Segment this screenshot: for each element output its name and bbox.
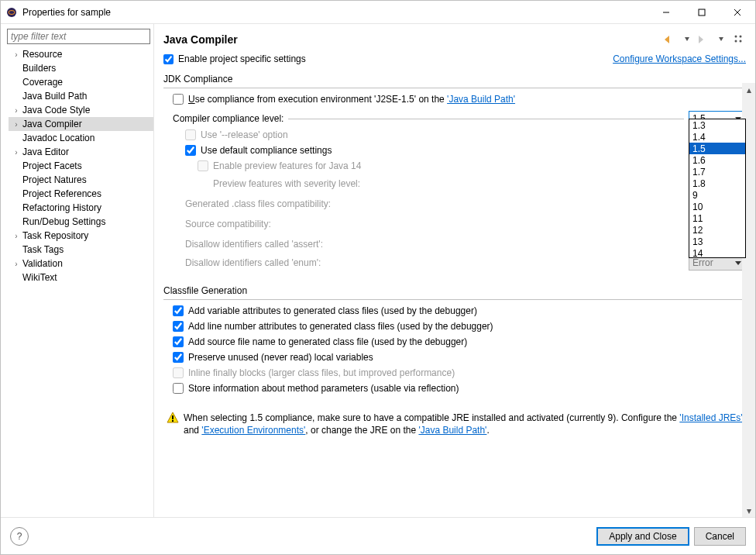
back-button[interactable] <box>662 32 678 47</box>
compliance-level-label: Compiler compliance level: <box>173 113 284 124</box>
back-menu-button[interactable] <box>679 32 695 47</box>
use-exec-env-label: Use compliance from execution environmen… <box>188 94 746 105</box>
sidebar-item-builders[interactable]: Builders <box>9 61 153 75</box>
use-release-label: Use '--release' option <box>201 129 746 140</box>
sidebar-item-java-build-path[interactable]: Java Build Path <box>9 89 153 103</box>
compliance-option-11[interactable]: 11 <box>689 212 745 224</box>
use-release-checkbox <box>185 129 196 140</box>
warning-icon <box>167 412 179 424</box>
sidebar-item-run-debug-settings[interactable]: Run/Debug Settings <box>9 215 153 229</box>
scroll-up-button[interactable]: ▴ <box>742 83 755 96</box>
jdk-compliance-title: JDK Compliance <box>163 69 746 88</box>
svg-rect-3 <box>699 9 705 16</box>
preview-severity-label: Preview features with severity level: <box>213 178 746 189</box>
add-var-checkbox[interactable] <box>173 305 184 316</box>
source-compat-label: Source compatibility: <box>185 219 746 229</box>
sidebar-item-task-repository[interactable]: ›Task Repository <box>9 229 153 243</box>
compliance-option-1-6[interactable]: 1.6 <box>689 154 745 166</box>
add-line-checkbox[interactable] <box>173 321 184 332</box>
sidebar-item-refactoring-history[interactable]: Refactoring History <box>9 201 153 215</box>
svg-point-7 <box>740 36 742 38</box>
compliance-option-1-3[interactable]: 1.3 <box>689 119 745 131</box>
filter-input[interactable] <box>7 29 150 44</box>
titlebar: Properties for sample <box>1 1 755 24</box>
scroll-down-button[interactable]: ▾ <box>742 504 755 517</box>
disallow-assert-label: Disallow identifiers called 'assert': <box>185 239 746 250</box>
enable-project-specific-checkbox[interactable] <box>163 54 174 64</box>
forward-menu-button[interactable] <box>713 32 729 47</box>
svg-point-8 <box>735 40 737 43</box>
sidebar-item-javadoc-location[interactable]: Javadoc Location <box>9 131 153 145</box>
disallow-enum-label: Disallow identifiers called 'enum': <box>185 257 689 268</box>
compliance-option-1-4[interactable]: 1.4 <box>689 131 745 143</box>
help-button[interactable]: ? <box>10 527 29 546</box>
sidebar-item-validation[interactable]: ›Validation <box>9 257 153 271</box>
compliance-option-1-8[interactable]: 1.8 <box>689 178 745 189</box>
enable-preview-checkbox <box>198 160 208 171</box>
sidebar-item-java-compiler[interactable]: ›Java Compiler <box>9 117 153 131</box>
compliance-option-13[interactable]: 13 <box>689 236 745 247</box>
sidebar-item-project-facets[interactable]: Project Facets <box>9 159 153 173</box>
warning-box: When selecting 1.5 compliance, make sure… <box>163 405 746 440</box>
use-default-label: Use default compliance settings <box>201 145 746 156</box>
apply-and-close-button[interactable]: Apply and Close <box>596 527 689 546</box>
enable-preview-label: Enable preview features for Java 14 <box>213 160 746 171</box>
java-build-path-link-2[interactable]: 'Java Build Path' <box>418 425 486 436</box>
preserve-label: Preserve unused (never read) local varia… <box>188 352 746 363</box>
sidebar-item-wikitext[interactable]: WikiText <box>9 271 153 284</box>
close-button[interactable] <box>720 1 755 24</box>
execution-environments-link[interactable]: 'Execution Environments' <box>201 425 305 436</box>
svg-point-9 <box>740 40 742 43</box>
configure-workspace-link[interactable]: Configure Workspace Settings... <box>306 53 746 64</box>
enable-project-specific-label: Enable project specific settings <box>178 53 306 64</box>
add-var-label: Add variable attributes to generated cla… <box>188 305 746 316</box>
sidebar-item-resource[interactable]: ›Resource <box>9 47 153 61</box>
svg-rect-10 <box>172 415 174 419</box>
compliance-option-12[interactable]: 12 <box>689 224 745 236</box>
installed-jres-link[interactable]: 'Installed JREs' <box>679 412 742 423</box>
classfile-title: Classfile Generation <box>163 281 746 299</box>
compliance-option-1-7[interactable]: 1.7 <box>689 166 745 178</box>
use-default-checkbox[interactable] <box>185 145 196 156</box>
svg-rect-11 <box>172 420 174 422</box>
store-checkbox[interactable] <box>173 383 184 394</box>
sidebar: ›ResourceBuildersCoverageJava Build Path… <box>1 24 154 517</box>
view-menu-button[interactable] <box>730 32 746 47</box>
store-label: Store information about method parameter… <box>188 383 746 394</box>
sidebar-item-coverage[interactable]: Coverage <box>9 75 153 89</box>
generated-compat-label: Generated .class files compatibility: <box>185 198 746 209</box>
add-line-label: Add line number attributes to generated … <box>188 321 746 332</box>
minimize-button[interactable] <box>648 1 684 24</box>
add-src-checkbox[interactable] <box>173 336 184 347</box>
sidebar-item-task-tags[interactable]: Task Tags <box>9 243 153 257</box>
inline-label: Inline finally blocks (larger class file… <box>188 367 746 378</box>
sidebar-item-project-natures[interactable]: Project Natures <box>9 173 153 187</box>
compliance-option-14[interactable]: 14 <box>689 247 745 259</box>
maximize-button[interactable] <box>684 1 720 24</box>
compliance-level-dropdown[interactable]: 1.31.41.51.61.71.891011121314 <box>689 119 746 258</box>
add-src-label: Add source file name to generated class … <box>188 336 746 347</box>
sidebar-item-java-code-style[interactable]: ›Java Code Style <box>9 103 153 117</box>
compliance-option-1-5[interactable]: 1.5 <box>689 143 745 154</box>
sidebar-item-java-editor[interactable]: ›Java Editor <box>9 145 153 159</box>
sidebar-item-project-references[interactable]: Project References <box>9 187 153 201</box>
page-title: Java Compiler <box>163 33 661 46</box>
cancel-button[interactable]: Cancel <box>694 527 746 546</box>
inline-checkbox <box>173 367 184 378</box>
svg-point-6 <box>735 36 737 38</box>
use-exec-env-checkbox[interactable] <box>173 94 184 105</box>
window-title: Properties for sample <box>22 7 648 18</box>
compliance-option-10[interactable]: 10 <box>689 201 745 212</box>
java-build-path-link[interactable]: 'Java Build Path' <box>447 94 515 105</box>
nav-tree: ›ResourceBuildersCoverageJava Build Path… <box>4 47 153 284</box>
eclipse-icon <box>5 6 18 19</box>
compliance-option-9[interactable]: 9 <box>689 189 745 201</box>
forward-button[interactable] <box>696 32 712 47</box>
preserve-checkbox[interactable] <box>173 352 184 363</box>
